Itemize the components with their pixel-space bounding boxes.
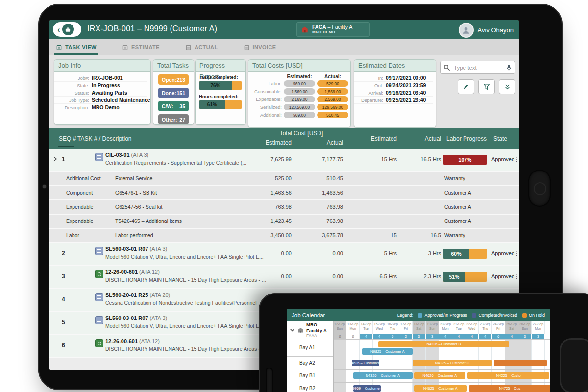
expand-chevron-icon[interactable] bbox=[53, 156, 57, 162]
day-date: 15-Sep bbox=[373, 322, 386, 326]
task-count-badge: Open:213 bbox=[158, 74, 189, 85]
gantt-bar[interactable]: N4725 – Cus bbox=[469, 385, 550, 392]
collapse-all-button[interactable] bbox=[499, 79, 515, 94]
col-task[interactable]: TASK # / Description bbox=[77, 135, 131, 142]
labor-progress-bar: 60% bbox=[443, 249, 487, 259]
facility-code: FAAA bbox=[306, 333, 333, 338]
detail-row[interactable]: LaborLabor performed3,450.003,675.781516… bbox=[49, 229, 519, 243]
tab-task-view[interactable]: TASK VIEW bbox=[56, 39, 97, 55]
gantt-bar[interactable]: N4626 – Customer A bbox=[352, 360, 380, 366]
phone-camera bbox=[266, 368, 273, 392]
detail-category: Expendable bbox=[66, 204, 93, 210]
edit-button[interactable] bbox=[458, 79, 474, 94]
user-menu[interactable]: Aviv Ohayon bbox=[459, 23, 514, 38]
gantt-bar[interactable]: N4326 – Customer B bbox=[378, 341, 509, 347]
tablet-home-button[interactable] bbox=[528, 170, 551, 207]
task-description: Model 560 Citation V, Ultra, Encore and … bbox=[105, 253, 267, 261]
field-row: State:In Progress bbox=[54, 82, 147, 89]
cost-label: Consumable: bbox=[248, 89, 284, 94]
search-input[interactable] bbox=[453, 64, 503, 71]
hours-actual: 2.3 Hrs bbox=[402, 273, 441, 279]
calendar-legend: Legend: Approved/In ProgressCompleted/In… bbox=[397, 313, 545, 318]
summary-panels: Job Info Job#:IRX-JOB-001State:In Progre… bbox=[49, 55, 519, 128]
task-code-line: CIL-03-01 (ATA 3) bbox=[105, 151, 267, 159]
tab-invoice[interactable]: INVOICE bbox=[244, 39, 276, 55]
badge-label: C/W: bbox=[162, 103, 173, 109]
day-of-week: Mon bbox=[346, 327, 359, 330]
day-count: 5 bbox=[386, 334, 399, 339]
progress-bars: Tasks completed:76%Hours completed:61% bbox=[196, 72, 245, 109]
clipboard-icon bbox=[56, 44, 62, 50]
field-label: Status: bbox=[54, 90, 92, 96]
chevron-down-icon[interactable] bbox=[290, 327, 295, 333]
detail-description: Labor performed bbox=[115, 232, 153, 238]
kebab-menu-icon[interactable]: ⋮ bbox=[514, 155, 519, 163]
gantt-bar[interactable]: N4625 – Customer A bbox=[414, 385, 467, 392]
progress-label: Hours completed: bbox=[199, 94, 242, 99]
kebab-menu-icon[interactable]: ⋮ bbox=[514, 272, 519, 280]
task-ata: (ATA 3) bbox=[148, 315, 167, 321]
day-date: 26-Sep bbox=[518, 322, 531, 326]
badge-label: Done: bbox=[162, 90, 176, 96]
task-row[interactable]: 2SL560-03-01 R07 (ATA 3)Model 560 Citati… bbox=[49, 243, 519, 266]
filter-button[interactable] bbox=[478, 79, 495, 94]
back-chevron-icon: ‹ bbox=[57, 25, 60, 34]
day-count: 3 bbox=[426, 334, 439, 339]
canvas: ‹ IRX-JOB-001 – N9999 (Customer A) FACA … bbox=[0, 0, 588, 392]
detail-row[interactable]: ComponentG65476-1 - SB Kit1,463.561,463.… bbox=[49, 186, 519, 200]
tab-estimate[interactable]: ESTIMATE bbox=[122, 39, 160, 55]
col-seq[interactable]: SEQ # bbox=[59, 135, 76, 142]
facility-badge[interactable]: FACA – Facility A MRO DEMO bbox=[296, 22, 370, 37]
detail-row[interactable]: ExpendableG62547-56 - Seal kit763.98763.… bbox=[49, 200, 519, 215]
progress-bar: 76% bbox=[199, 81, 242, 90]
cost-estimated: 0.00 bbox=[252, 250, 292, 256]
gantt-bar[interactable]: N9825 – Customer A bbox=[362, 348, 413, 355]
kebab-menu-icon[interactable]: ⋮ bbox=[514, 249, 519, 257]
detail-row[interactable]: Additional CostExternal Service525.00510… bbox=[49, 172, 519, 186]
cost-actual-pill: 129,569.00 bbox=[317, 104, 348, 110]
gantt-bar[interactable]: N4626 – Customer A bbox=[414, 372, 466, 379]
task-code-line: SL560-20-01 R25 (ATA 20) bbox=[105, 292, 267, 299]
total-tasks-card: Total Tasks Open:213Done:151C/W:35Other:… bbox=[153, 59, 194, 125]
badge-label: Other: bbox=[162, 117, 177, 122]
col-labor-progress[interactable]: Labor Progress bbox=[443, 135, 490, 142]
task-row[interactable]: 312-26-00-601 (ATA 12)DISCRETIONARY MAIN… bbox=[49, 266, 519, 289]
day-of-week: Mon bbox=[532, 327, 544, 330]
facility-row[interactable]: MRO Facility A FAAA bbox=[287, 321, 333, 339]
cost-estimated-pill: 569.00 bbox=[284, 80, 315, 87]
gantt-bar[interactable]: N4326 – Customer A bbox=[353, 372, 413, 379]
tab-actual[interactable]: ACTUAL bbox=[185, 39, 218, 55]
phone-button[interactable] bbox=[560, 338, 588, 392]
col-cost-actual[interactable]: Actual bbox=[309, 139, 343, 146]
day-of-week: Sun bbox=[518, 327, 531, 330]
cost-estimated-pill: 128,569.00 bbox=[284, 104, 315, 110]
row-separator bbox=[333, 369, 550, 370]
detail-owner: Warranty bbox=[444, 175, 465, 181]
back-button[interactable]: ‹ bbox=[53, 22, 81, 37]
detail-row[interactable]: ExpendableT5426-465 – Additional items1,… bbox=[49, 215, 519, 229]
col-cost-estimated[interactable]: Estimated bbox=[257, 139, 292, 146]
gantt-bar[interactable]: N4225 – Custo bbox=[467, 372, 549, 379]
gantt-bar[interactable]: N4325 – Customer C bbox=[413, 360, 492, 366]
day-date: 25-Sep bbox=[505, 322, 518, 326]
gantt-bar[interactable] bbox=[494, 360, 547, 366]
col-state[interactable]: State bbox=[493, 135, 507, 142]
task-ata: (ATA 12) bbox=[138, 338, 160, 344]
detail-owner: Warranty bbox=[444, 232, 465, 238]
task-seq: 5 bbox=[62, 319, 65, 326]
gantt-bar[interactable]: N9969 – Customer A bbox=[353, 385, 381, 392]
cost-estimated-pill: 1,569.00 bbox=[284, 88, 315, 95]
badge-value: 151 bbox=[176, 90, 185, 96]
col-hours-actual[interactable]: Actual bbox=[414, 135, 441, 142]
day-date: 27-Sep bbox=[532, 322, 544, 326]
col-hours-estimated[interactable]: Estimated bbox=[363, 135, 397, 142]
detail-description: External Service bbox=[115, 175, 152, 181]
facility-name: MRO Facility A bbox=[306, 322, 333, 333]
microphone-icon[interactable] bbox=[506, 64, 512, 71]
cost-actual: 1,463.56 bbox=[304, 190, 343, 196]
detail-owner: Customer A bbox=[444, 218, 471, 224]
field-label: In: bbox=[354, 75, 386, 81]
task-row[interactable]: 1CIL-03-01 (ATA 3)Certification Requirem… bbox=[49, 149, 519, 172]
task-doc-icon bbox=[95, 153, 103, 161]
field-value: 09/24/2021 23:59 bbox=[386, 82, 426, 88]
